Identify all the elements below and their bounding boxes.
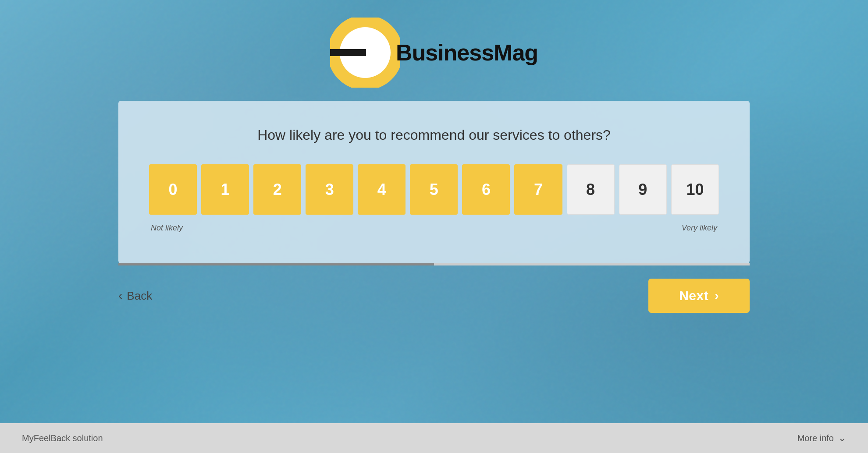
bottom-nav: ‹ Back Next › <box>118 263 750 326</box>
label-not-likely: Not likely <box>151 223 183 233</box>
chevron-left-icon: ‹ <box>118 289 122 303</box>
logo-area: BusinessMag <box>330 0 538 101</box>
back-button[interactable]: ‹ Back <box>118 289 152 303</box>
rating-btn-3[interactable]: 3 <box>306 164 353 215</box>
back-label: Back <box>127 289 152 303</box>
rating-btn-9[interactable]: 9 <box>619 164 667 215</box>
rating-row: 012345678910 <box>149 164 719 215</box>
progress-empty <box>434 263 750 265</box>
footer: MyFeelBack solution More info ⌄ <box>0 423 868 453</box>
next-button[interactable]: Next › <box>648 279 750 313</box>
rating-btn-8[interactable]: 8 <box>567 164 615 215</box>
progress-filled <box>118 263 434 265</box>
rating-btn-4[interactable]: 4 <box>358 164 406 215</box>
rating-btn-10[interactable]: 10 <box>671 164 719 215</box>
rating-btn-5[interactable]: 5 <box>410 164 458 215</box>
survey-card: How likely are you to recommend our serv… <box>118 101 750 263</box>
footer-brand: MyFeelBack solution <box>22 433 103 443</box>
survey-question: How likely are you to recommend our serv… <box>149 127 719 143</box>
label-very-likely: Very likely <box>682 223 717 233</box>
rating-btn-1[interactable]: 1 <box>201 164 249 215</box>
next-label: Next <box>679 288 708 303</box>
chevron-right-icon: › <box>715 289 719 303</box>
svg-rect-6 <box>330 49 366 56</box>
rating-btn-0[interactable]: 0 <box>149 164 197 215</box>
logo-text: BusinessMag <box>396 39 538 66</box>
rating-btn-6[interactable]: 6 <box>462 164 510 215</box>
rating-labels: Not likely Very likely <box>149 223 719 233</box>
rating-btn-7[interactable]: 7 <box>514 164 562 215</box>
more-info-label: More info <box>797 433 834 443</box>
rating-btn-2[interactable]: 2 <box>253 164 301 215</box>
more-info-button[interactable]: More info ⌄ <box>797 432 846 444</box>
logo-ring-icon <box>330 18 400 88</box>
progress-bar <box>118 263 750 265</box>
chevron-down-icon: ⌄ <box>838 432 846 444</box>
